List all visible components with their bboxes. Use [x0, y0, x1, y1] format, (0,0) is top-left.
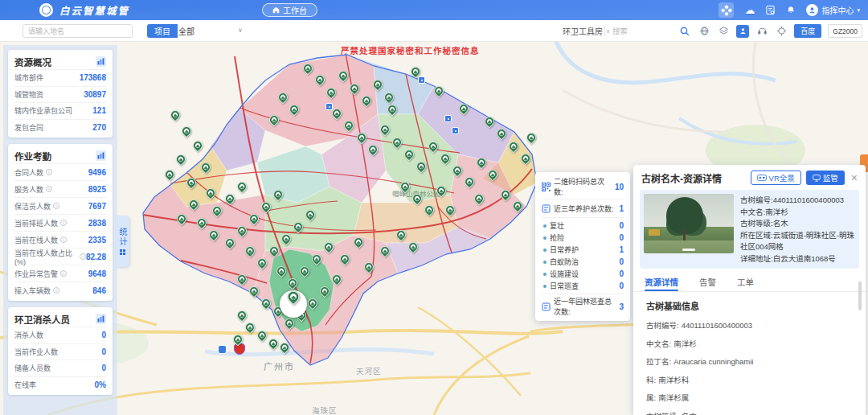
- tree-marker[interactable]: ♣: [322, 240, 336, 254]
- tree-marker[interactable]: ♣: [286, 277, 300, 290]
- tree-marker[interactable]: ♣: [207, 228, 221, 242]
- tree-marker[interactable]: ♣: [244, 244, 257, 258]
- tree-marker[interactable]: ♣: [248, 285, 261, 298]
- tree-marker[interactable]: ♣: [475, 156, 489, 170]
- tree-marker[interactable]: ♣: [495, 127, 509, 141]
- tree-marker[interactable]: ♣: [272, 188, 285, 202]
- tree-marker[interactable]: ♣: [403, 148, 416, 162]
- tree-marker[interactable]: ♣: [423, 203, 436, 217]
- tree-marker[interactable]: ♣: [444, 203, 457, 217]
- globe-icon[interactable]: [698, 25, 710, 38]
- tree-photo[interactable]: [644, 194, 734, 253]
- tree-marker[interactable]: ♣: [362, 261, 376, 274]
- tree-marker[interactable]: ♣: [223, 192, 237, 206]
- tree-marker[interactable]: ♣: [191, 139, 205, 153]
- tree-marker[interactable]: ♣: [318, 285, 332, 298]
- tree-marker[interactable]: ♣: [204, 187, 218, 200]
- chart-icon[interactable]: [96, 56, 106, 67]
- tree-marker[interactable]: ♣: [187, 198, 201, 212]
- tab-resource-detail[interactable]: 资源详情: [645, 272, 678, 291]
- tree-marker[interactable]: ♣: [268, 113, 281, 127]
- tree-marker[interactable]: ♣: [235, 224, 249, 238]
- tree-marker[interactable]: ♣: [256, 257, 269, 270]
- map-poi-icon[interactable]: [418, 76, 425, 84]
- tree-marker[interactable]: ♣: [276, 91, 290, 105]
- tree-marker[interactable]: ♣: [486, 168, 500, 182]
- crs-gz2000-badge[interactable]: GZ2000: [828, 24, 862, 38]
- tree-marker[interactable]: ♣: [511, 199, 525, 213]
- chart-icon[interactable]: [96, 150, 106, 161]
- tree-marker[interactable]: ♣: [457, 102, 471, 116]
- tree-marker[interactable]: ♣: [211, 204, 224, 218]
- tab-alerts[interactable]: 告警: [699, 272, 716, 291]
- tree-marker[interactable]: ♣: [231, 333, 245, 347]
- tree-marker[interactable]: ♣: [278, 341, 292, 355]
- tree-marker[interactable]: ♣: [342, 119, 356, 133]
- tree-marker[interactable]: ♣: [399, 180, 412, 194]
- user-menu[interactable]: 指挥中心 ▾: [806, 4, 860, 16]
- tree-marker[interactable]: ♣: [395, 228, 408, 242]
- info-icon[interactable]: i: [80, 253, 86, 260]
- tree-marker[interactable]: ♣: [366, 143, 380, 157]
- workbench-button[interactable]: 工作台: [262, 3, 317, 17]
- tree-marker[interactable]: ♣: [439, 152, 452, 166]
- panel-scrollbar[interactable]: [858, 281, 862, 310]
- statistics-collapse-tab[interactable]: 统计: [116, 216, 129, 267]
- chart-icon[interactable]: [96, 314, 106, 324]
- tree-marker[interactable]: ♣: [301, 62, 315, 76]
- tree-marker[interactable]: ♣: [451, 164, 465, 178]
- tree-marker[interactable]: ♣: [275, 265, 289, 278]
- tree-marker[interactable]: ♣: [199, 161, 213, 175]
- notification-bell-icon[interactable]: [786, 6, 796, 15]
- weather-cloud-icon[interactable]: ☁: [744, 5, 755, 15]
- tree-marker[interactable]: ♣: [244, 321, 257, 335]
- info-icon[interactable]: i: [46, 169, 52, 175]
- tree-marker[interactable]: ♣: [306, 297, 320, 310]
- tree-marker[interactable]: ♣: [248, 212, 261, 226]
- tree-marker[interactable]: ♣: [260, 297, 273, 310]
- tree-marker[interactable]: ♣: [298, 265, 312, 278]
- info-icon[interactable]: i: [60, 270, 67, 277]
- tree-marker[interactable]: ♣: [507, 140, 521, 154]
- tree-marker[interactable]: ♣: [435, 184, 448, 198]
- tree-marker[interactable]: ♣: [288, 103, 301, 117]
- tree-marker[interactable]: ♣: [355, 131, 369, 145]
- tree-marker[interactable]: ♣: [235, 309, 249, 323]
- tree-marker[interactable]: ♣: [519, 152, 533, 166]
- tree-marker[interactable]: ♣: [379, 244, 392, 258]
- tree-marker[interactable]: ♣: [174, 153, 188, 166]
- tree-marker[interactable]: ♣: [379, 123, 392, 137]
- tree-marker[interactable]: ♣: [371, 78, 385, 92]
- tree-marker[interactable]: ♣: [185, 176, 199, 190]
- tree-marker[interactable]: ♣: [427, 140, 440, 154]
- basemap-baidu-button[interactable]: 百度: [794, 24, 821, 38]
- tree-marker[interactable]: ♣: [280, 232, 293, 246]
- info-icon[interactable]: i: [53, 287, 59, 294]
- tree-marker[interactable]: ♣: [180, 125, 194, 138]
- tree-marker[interactable]: ♣: [313, 73, 327, 87]
- tree-marker[interactable]: ♣: [473, 192, 486, 206]
- map-poi-icon[interactable]: [452, 127, 459, 134]
- tree-marker[interactable]: ♣: [383, 91, 396, 105]
- tree-marker[interactable]: ♣: [175, 212, 189, 226]
- tree-marker[interactable]: ♣: [325, 86, 338, 100]
- tree-marker[interactable]: ♣: [337, 69, 350, 83]
- tree-marker[interactable]: ♣: [360, 94, 374, 108]
- vr-panorama-button[interactable]: VR全景: [751, 171, 801, 185]
- tree-marker[interactable]: ♣: [169, 109, 182, 122]
- layers-icon[interactable]: [717, 25, 730, 38]
- tree-marker[interactable]: ♣: [411, 192, 424, 206]
- carousel-indicator[interactable]: [682, 249, 695, 251]
- layer-select[interactable]: 环卫工具房 ∨: [563, 24, 610, 38]
- tree-marker[interactable]: ♣: [386, 103, 399, 117]
- tree-marker[interactable]: ♣: [304, 208, 317, 222]
- search-icon[interactable]: [678, 25, 691, 38]
- tree-marker[interactable]: ♣: [407, 240, 420, 254]
- tree-marker[interactable]: ♣: [235, 273, 249, 286]
- place-search-input[interactable]: [23, 24, 133, 38]
- tree-marker[interactable]: ♣: [195, 216, 209, 230]
- tree-marker[interactable]: ♣: [483, 115, 497, 129]
- tree-marker[interactable]: ♣: [463, 175, 477, 189]
- tree-marker[interactable]: ♣: [391, 136, 404, 150]
- map-poi-icon[interactable]: [326, 103, 333, 110]
